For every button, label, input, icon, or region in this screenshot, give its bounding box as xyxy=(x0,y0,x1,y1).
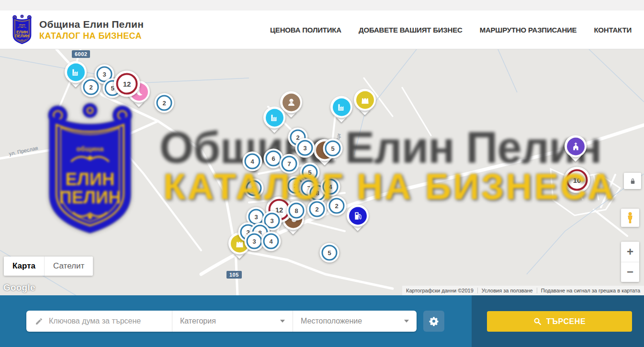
factory-pin-marker[interactable] xyxy=(330,96,352,118)
search-bar: Категория Местоположение ТЪРСЕНЕ xyxy=(0,295,644,347)
street-view-lock-button[interactable] xyxy=(624,173,641,189)
cluster-marker[interactable]: 5 xyxy=(320,243,339,263)
factory-pin-marker[interactable] xyxy=(65,61,87,83)
attribution-link[interactable]: Подаване на сигнал за грешка в картата xyxy=(537,288,644,293)
map-attribution: Картографски данни ©2019Условия за ползв… xyxy=(402,286,644,295)
search-pill: Категория Местоположение xyxy=(26,311,417,332)
location-label: Местоположение xyxy=(301,317,362,325)
cluster-marker[interactable]: 12 xyxy=(114,71,140,97)
zoom-in-button[interactable]: + xyxy=(621,242,639,262)
church-pin-marker[interactable] xyxy=(565,135,587,157)
factory-pin-marker[interactable] xyxy=(263,106,285,128)
site-subtitle: КАТАЛОГ НА БИЗНЕСА xyxy=(39,31,144,41)
nav-item-1[interactable]: ДОБАВЕТЕ ВАШИЯТ БИЗНЕС xyxy=(359,26,463,34)
cluster-marker[interactable]: 5 xyxy=(323,139,343,158)
category-dropdown[interactable]: Категория xyxy=(172,311,293,332)
chevron-down-icon xyxy=(280,320,285,323)
google-logo[interactable]: Google xyxy=(3,282,35,293)
gear-icon xyxy=(429,316,439,326)
map-type-map-button[interactable]: Карта xyxy=(4,257,44,276)
watermark-crest xyxy=(40,102,140,237)
pegman-control[interactable] xyxy=(621,209,639,227)
lock-icon xyxy=(630,178,636,185)
zoom-control: + − xyxy=(621,242,639,282)
header: Община Елин Пелин КАТАЛОГ НА БИЗНЕСА ЦЕН… xyxy=(0,0,644,49)
pegman-icon xyxy=(625,212,635,224)
keyword-input[interactable] xyxy=(49,317,172,325)
map-type-control: Карта Сателит xyxy=(4,257,93,276)
category-label: Категория xyxy=(180,317,216,325)
keyword-section xyxy=(26,311,172,332)
zoom-out-button[interactable]: − xyxy=(621,262,639,282)
advanced-search-button[interactable] xyxy=(423,311,444,332)
header-top-strip xyxy=(0,0,644,11)
map-data-credit: Картографски данни ©2019 xyxy=(402,288,477,293)
brand-block[interactable]: Община Елин Пелин КАТАЛОГ НА БИЗНЕСА xyxy=(39,19,144,41)
fuel-pin-marker[interactable] xyxy=(347,204,369,226)
site-title: Община Елин Пелин xyxy=(39,19,144,30)
search-icon xyxy=(533,317,542,325)
shopping-bag-pin-marker[interactable] xyxy=(354,89,376,111)
attribution-link[interactable]: Условия за ползване xyxy=(477,288,537,293)
nav-item-0[interactable]: ЦЕНОВА ПОЛИТИКА xyxy=(270,26,341,34)
watermark-subtitle: КАТАЛОГ НА БИЗНЕСА xyxy=(163,166,616,207)
cluster-marker[interactable]: 2 xyxy=(155,93,174,113)
main-nav: ЦЕНОВА ПОЛИТИКАДОБАВЕТЕ ВАШИЯТ БИЗНЕСМАР… xyxy=(270,26,632,34)
municipality-logo[interactable] xyxy=(11,14,34,45)
nav-item-3[interactable]: КОНТАКТИ xyxy=(594,26,632,34)
search-submit-button[interactable]: ТЪРСЕНЕ xyxy=(487,311,632,332)
location-dropdown[interactable]: Местоположение xyxy=(293,311,417,332)
nav-item-2[interactable]: МАРШРУТНО РАЗПИСАНИЕ xyxy=(480,26,577,34)
map-canvas[interactable]: 6002105ул. Преславбул. „Новоселци Община… xyxy=(0,49,644,295)
chevron-down-icon xyxy=(404,320,409,323)
cluster-marker[interactable]: 4 xyxy=(261,232,281,251)
map-type-satellite-button[interactable]: Сателит xyxy=(44,257,93,276)
cluster-marker[interactable]: 3 xyxy=(295,138,315,158)
search-submit-label: ТЪРСЕНЕ xyxy=(546,317,586,326)
pencil-icon xyxy=(35,317,43,325)
